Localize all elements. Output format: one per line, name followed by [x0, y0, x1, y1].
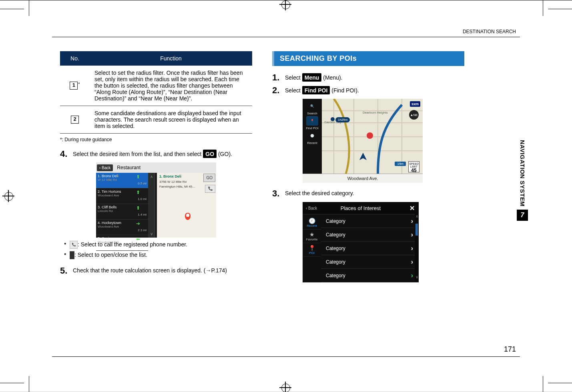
selected-title: 1. Bronx Deli: [159, 174, 181, 178]
section-heading: SEARCHING BY POIs: [272, 51, 464, 66]
close-icon[interactable]: ✕: [409, 204, 415, 212]
compass-icon[interactable]: ▲NE: [409, 110, 419, 120]
step-text-post: (Menu).: [323, 74, 342, 81]
current-road: Woodward Ave.: [303, 174, 423, 183]
step-text: Select the desired category.: [285, 189, 354, 198]
back-button[interactable]: ‹ Back: [97, 164, 113, 171]
tab-poi[interactable]: 📍POI: [303, 243, 321, 257]
section-side-title: NAVIGATION SYSTEM: [519, 140, 526, 206]
sidebar-item-label: Recent: [307, 141, 317, 145]
list-item[interactable]: 3. Cliff Bells⬆ Lincoln Rd1.4 mi: [96, 204, 148, 220]
eta-pill: 1h25m: [335, 117, 350, 122]
item-name: 1. Bronx Deli: [98, 174, 118, 178]
restaurant-results-mock: ‹ Back Restaurant 1. Bronx Deli⬆ W 12 Mi…: [96, 162, 216, 238]
header-rule: [52, 37, 520, 37]
screen-title: Restaurant: [117, 165, 140, 170]
phone-icon: [70, 241, 78, 249]
step-number: 1.: [272, 73, 281, 82]
tab-recent[interactable]: 🕘Recent: [303, 216, 321, 230]
back-button[interactable]: ‹ Back: [306, 206, 317, 210]
item-name: 2. Tim Hortons: [98, 190, 121, 194]
mini-map[interactable]: 1. Bronx Deli 3758 W 12 Mile Rd Farmingt…: [157, 173, 216, 238]
scroll-area[interactable]: ∧ ∨: [148, 173, 155, 238]
step-text-post: (GO).: [218, 151, 232, 157]
table-row: 2 Some candidate destinations are displa…: [60, 106, 252, 134]
compass-label: NE: [413, 113, 417, 117]
tab-label: Recent: [307, 224, 317, 228]
item-dist: 1.0 mi: [138, 197, 147, 201]
item-dist: 1.4 mi: [138, 213, 147, 216]
item-name: 5. Cosi: [98, 236, 109, 240]
sidebar-item-label: Search: [307, 112, 317, 115]
step-text: Check that the route calculation screen …: [73, 266, 227, 275]
step-text-pre: Select the desired item from the list, a…: [73, 151, 203, 157]
list-item[interactable]: 2. Tim Hortons⬆ Woodward Ave1.0 mi: [96, 188, 148, 204]
list-item[interactable]: Category: [321, 228, 419, 242]
item-dist: 2.3 mi: [138, 228, 147, 232]
asterisk: *: [78, 82, 80, 86]
sidebar-item-label: Find POI: [306, 126, 319, 130]
row-text: Select to set the radius filter. Once th…: [90, 66, 252, 106]
list-item[interactable]: Category: [321, 242, 419, 255]
step-text-pre: Select: [285, 87, 302, 94]
step-text: Select Find POI (Find POI).: [285, 86, 359, 95]
table-row: 1* Select to set the radius filter. Once…: [60, 66, 252, 106]
poi-pin-icon[interactable]: 📍: [306, 116, 318, 126]
tab-favorite[interactable]: ★Favorite: [303, 230, 321, 243]
col-func: Function: [90, 51, 252, 66]
speed-label: SPEED LIMIT: [409, 162, 419, 168]
recent-icon[interactable]: 🕘: [306, 131, 318, 140]
distance-tag: 15m: [395, 162, 406, 166]
step-text: Select Menu (Menu).: [285, 73, 343, 82]
go-button[interactable]: GO: [203, 150, 217, 158]
running-head: DESTINATION SEARCH: [463, 29, 516, 34]
scroll-up-icon[interactable]: ∧: [415, 214, 419, 221]
col-no: No.: [60, 51, 90, 66]
svg-point-1: [367, 132, 373, 139]
find-poi-button[interactable]: Find POI: [302, 86, 330, 94]
step-number: 5.: [60, 266, 69, 275]
vehicle-icon: [359, 152, 367, 163]
list-item[interactable]: Category: [321, 269, 419, 282]
list-item[interactable]: Category: [321, 255, 419, 269]
row-number: 2: [71, 116, 79, 124]
menu-button[interactable]: Menu: [302, 73, 322, 82]
drag-handle-icon: [70, 251, 74, 259]
scroll-track[interactable]: [415, 221, 419, 275]
list-item[interactable]: Category: [321, 214, 419, 228]
search-icon[interactable]: 🔍: [306, 101, 318, 111]
tab-label: Favorite: [306, 238, 318, 241]
function-table: No. Function 1* Select to set the radius…: [60, 51, 252, 134]
map-mock: Garden City Dearborn Heights sxm ▲NE 1h2…: [303, 99, 423, 183]
call-button[interactable]: [205, 185, 215, 193]
legend-text: : Select to open/close the list.: [74, 252, 147, 258]
sxm-badge: sxm: [410, 101, 420, 107]
step-number: 4.: [60, 150, 69, 158]
chapter-badge: 7: [517, 210, 528, 221]
map-label: Dearborn Heights: [363, 111, 388, 114]
map-sidebar: 🔍 Search 📍 Find POI 🕘 Recent Menu: [303, 99, 322, 183]
speed-value: 45: [409, 168, 419, 173]
speed-limit-sign: SPEED LIMIT 45: [408, 161, 419, 172]
item-dist: 0.5 mi: [138, 182, 147, 185]
step-number: 2.: [272, 86, 281, 95]
row-number: 1: [70, 82, 78, 90]
map-roads: [322, 99, 423, 174]
icon-legend: : Select to call the registered phone nu…: [64, 241, 252, 259]
scrollbar[interactable]: ∧ ∨: [415, 214, 419, 282]
selected-addr1: 3758 W 12 Mile Rd: [159, 180, 187, 184]
footnote: *: During route guidance: [60, 137, 252, 142]
list-item[interactable]: 1. Bronx Deli⬆ W 12 Mile Rd0.5 mi: [96, 173, 148, 188]
screen-title: Places of Interest: [341, 205, 381, 211]
row-text: Some candidate destinations are displaye…: [90, 106, 252, 134]
scroll-down-icon[interactable]: ∨: [415, 275, 419, 282]
list-item[interactable]: 4. Hockeytown➔ Woodward Ave2.3 mi: [96, 220, 148, 235]
go-button[interactable]: GO: [203, 174, 215, 182]
back-label: Back: [308, 206, 317, 210]
legend-text: : Select to call the registered phone nu…: [78, 241, 187, 248]
back-label: Back: [102, 166, 110, 170]
step-text: Select the desired item from the list, a…: [73, 150, 232, 158]
step-number: 3.: [272, 189, 281, 198]
item-name: 4. Hockeytown: [98, 221, 121, 225]
item-name: 3. Cliff Bells: [98, 205, 116, 209]
